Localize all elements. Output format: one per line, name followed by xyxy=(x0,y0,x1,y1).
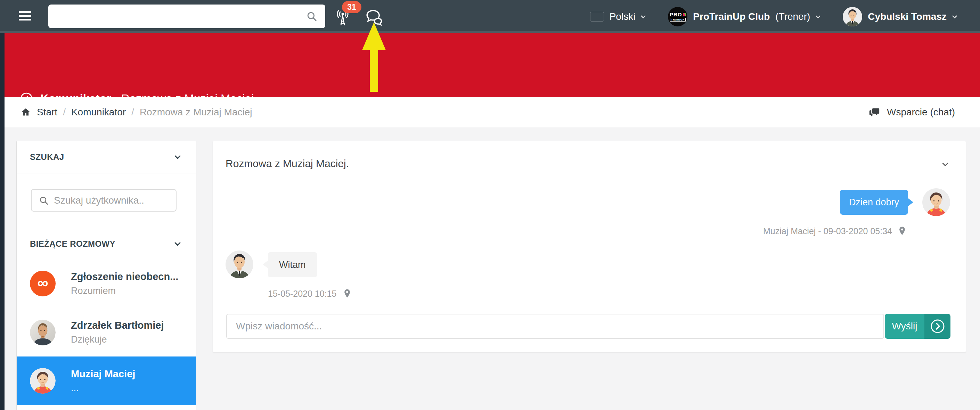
send-icon[interactable] xyxy=(924,314,950,339)
sender-avatar xyxy=(922,188,950,216)
conversation-name: Muziaj Maciej xyxy=(71,368,135,380)
chevron-down-icon xyxy=(172,152,183,162)
conversation-name: Zgłoszenie nieobecn... xyxy=(71,271,178,283)
support-chat-label: Wsparcie (chat) xyxy=(887,106,955,118)
chat-title: Rozmowa z Muziaj Maciej. xyxy=(226,158,349,170)
send-button[interactable]: Wyślij xyxy=(885,314,950,339)
breadcrumb: Start / Komunikator / Rozmowa z Muziaj M… xyxy=(20,106,252,118)
messenger-button[interactable] xyxy=(364,8,383,27)
search-icon xyxy=(38,195,49,206)
user-search-box xyxy=(31,189,177,211)
section-header-search[interactable]: SZUKAJ xyxy=(17,141,196,173)
support-chat-link[interactable]: Wsparcie (chat) xyxy=(868,106,955,118)
section-header-current-conversations[interactable]: BIEŻĄCE ROZMOWY xyxy=(17,230,196,258)
breadcrumb-bar: Start / Komunikator / Rozmowa z Muziaj M… xyxy=(5,97,980,127)
chevron-down-icon xyxy=(940,159,950,170)
topbar-search-input[interactable] xyxy=(48,11,306,22)
search-icon xyxy=(306,10,318,22)
topbar-search xyxy=(48,5,325,28)
breadcrumb-item-current: Rozmowa z Muziaj Maciej xyxy=(140,106,252,118)
message-input[interactable] xyxy=(227,321,883,332)
infinity-avatar-icon: ∞ xyxy=(30,271,56,296)
language-label: Polski xyxy=(609,11,636,22)
photo-avatar xyxy=(30,319,56,345)
conversation-last-message: Rozumiem xyxy=(71,286,178,296)
bubble-tail xyxy=(263,260,268,269)
protrainup-logo: PRO TRAINUP xyxy=(668,7,687,26)
notification-badge: 31 xyxy=(342,1,361,13)
location-pin-icon xyxy=(897,226,907,236)
language-selector[interactable]: Polski xyxy=(590,11,648,22)
message-meta: Muziaj Maciej - 09-03-2020 05:34 xyxy=(763,226,907,236)
conversations-sidebar: SZUKAJ BIEŻĄCE ROZMOWY ∞ Zgłoszenie nieo… xyxy=(16,141,196,410)
user-avatar xyxy=(843,7,862,26)
chevron-down-icon xyxy=(813,12,822,21)
conversation-item[interactable]: ∞ Zgłoszenie nieobecn... Rozumiem xyxy=(17,259,196,308)
club-name: ProTrainUp Club xyxy=(693,11,770,22)
own-avatar xyxy=(226,251,253,278)
conversation-last-message: Dziękuje xyxy=(71,334,164,345)
chevron-down-icon xyxy=(172,239,183,249)
conversation-last-message: ... xyxy=(71,383,135,394)
user-name: Cybulski Tomasz xyxy=(868,11,947,22)
breadcrumb-item-start[interactable]: Start xyxy=(37,106,57,118)
notifications-button[interactable]: 31 xyxy=(331,0,356,33)
hamburger-menu-icon[interactable] xyxy=(19,11,31,22)
user-search-input[interactable] xyxy=(54,195,176,206)
page-header: Komunikator - Rozmowa z Muziaj Maciej xyxy=(5,33,980,97)
club-selector[interactable]: PRO TRAINUP ProTrainUp Club (Trener) xyxy=(668,7,822,26)
message-meta: 15-05-2020 10:15 xyxy=(268,288,352,299)
chat-bubbles-icon xyxy=(364,8,383,27)
message-bubble-incoming: Dzien dobry xyxy=(840,190,908,215)
chevron-down-icon xyxy=(639,12,648,21)
home-icon[interactable] xyxy=(20,107,31,118)
support-chat-icon xyxy=(868,106,881,118)
collapsed-nav-rail[interactable] xyxy=(0,33,5,410)
poland-flag-icon xyxy=(590,12,604,22)
chat-panel: Rozmowa z Muziaj Maciej. Dzien dobry Muz… xyxy=(213,141,966,352)
breadcrumb-item-komunikator[interactable]: Komunikator xyxy=(71,106,126,118)
conversation-item-selected[interactable]: Muziaj Maciej ... xyxy=(17,356,196,405)
user-menu[interactable]: Cybulski Tomasz xyxy=(843,7,959,26)
chevron-down-icon xyxy=(950,12,959,21)
topbar: 31 Polski PRO TRAINUP ProTrainUp Club (T… xyxy=(0,0,980,33)
message-composer xyxy=(226,314,884,339)
location-pin-icon xyxy=(342,288,352,299)
bubble-tail xyxy=(907,198,913,207)
conversation-item[interactable]: Zdrzałek Bartłomiej Dziękuje xyxy=(17,308,196,356)
collapse-chat-button[interactable] xyxy=(940,159,950,170)
boy-avatar xyxy=(30,368,56,394)
conversation-name: Zdrzałek Bartłomiej xyxy=(71,319,164,331)
club-role: (Trener) xyxy=(775,11,810,22)
topbar-right-cluster: Polski PRO TRAINUP ProTrainUp Club (Tren… xyxy=(590,0,959,33)
message-bubble-outgoing: Witam xyxy=(268,252,317,277)
